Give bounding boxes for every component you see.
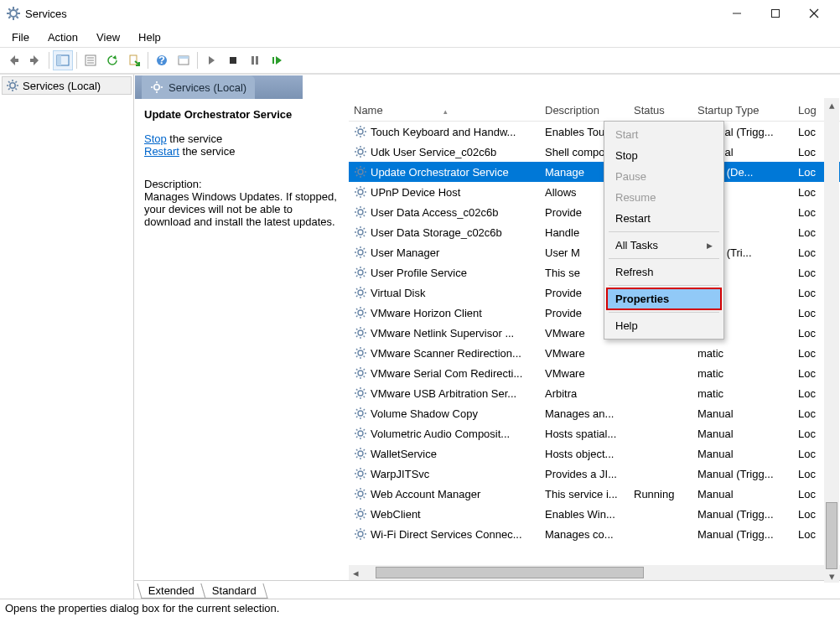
context-menu-separator <box>609 258 719 259</box>
stop-service-button[interactable] <box>223 50 243 70</box>
column-description[interactable]: Description <box>540 104 629 117</box>
pane-header: Services (Local) <box>135 75 839 99</box>
service-row[interactable]: VMware Netlink Supervisor ...VMwarematic… <box>349 323 840 343</box>
minimize-button[interactable] <box>718 0 756 27</box>
svg-line-140 <box>364 329 365 329</box>
pane-header-title: Services (Local) <box>169 81 246 94</box>
service-row[interactable]: User Data Storage_c02c6bHandlealLoc <box>349 222 840 242</box>
svg-point-28 <box>10 83 15 88</box>
window-options-button[interactable] <box>174 50 194 70</box>
service-row[interactable]: VMware Serial Com Redirecti...VMwaremati… <box>349 363 840 383</box>
context-menu-refresh[interactable]: Refresh <box>607 262 721 283</box>
context-menu-help[interactable]: Help <box>607 315 721 336</box>
tab-standard[interactable]: Standard <box>200 583 267 599</box>
close-button[interactable] <box>795 0 833 27</box>
horizontal-scrollbar[interactable]: ◂ ▸ <box>349 565 840 580</box>
column-logon[interactable]: Log <box>793 104 827 117</box>
svg-line-157 <box>356 376 357 377</box>
vertical-scrollbar[interactable]: ▴ ▾ <box>824 98 839 583</box>
service-row[interactable]: VMware USB Arbitration Ser...Arbitramati… <box>349 383 840 403</box>
nav-forward-button[interactable] <box>25 50 45 70</box>
service-row-icon <box>354 246 367 259</box>
service-row[interactable]: WarpJITSvcProvides a JI...Manual (Trigg.… <box>349 464 840 484</box>
vscroll-down-arrow[interactable]: ▾ <box>825 569 838 583</box>
restart-service-button[interactable] <box>267 50 287 70</box>
cell-logon: Loc <box>793 327 827 340</box>
pause-service-button[interactable] <box>245 50 265 70</box>
svg-point-114 <box>358 290 363 295</box>
cell-description: This service i... <box>540 488 629 500</box>
menu-view[interactable]: View <box>88 29 128 45</box>
svg-line-35 <box>8 88 10 90</box>
context-menu-separator <box>609 285 719 286</box>
svg-line-83 <box>356 208 357 209</box>
svg-point-42 <box>358 129 363 134</box>
service-row[interactable]: Web Account ManagerThis service i...Runn… <box>349 484 840 504</box>
maximize-button[interactable] <box>756 0 795 27</box>
stop-link[interactable]: Stop <box>144 132 167 145</box>
svg-line-166 <box>356 397 357 397</box>
menu-action[interactable]: Action <box>39 29 86 45</box>
cell-description: Provides a JI... <box>540 468 629 480</box>
svg-line-7 <box>8 17 10 18</box>
context-menu-restart[interactable]: Restart <box>607 208 721 229</box>
service-row[interactable]: Update Orchestrator ServiceManageRmatic … <box>349 162 840 182</box>
column-status[interactable]: Status <box>629 104 692 117</box>
svg-line-113 <box>364 268 365 269</box>
cell-name: Virtual Disk <box>349 286 540 299</box>
service-row[interactable]: Volumetric Audio Composit...Hosts spatia… <box>349 423 840 443</box>
refresh-button[interactable] <box>102 50 122 70</box>
service-row[interactable]: Udk User Service_c02c6bShell compo...Man… <box>349 142 840 162</box>
context-menu-separator <box>609 231 719 232</box>
tab-extended[interactable]: Extended <box>137 583 205 599</box>
show-hide-tree-button[interactable] <box>53 50 73 70</box>
svg-line-139 <box>356 336 357 337</box>
vscroll-thumb[interactable] <box>826 502 837 569</box>
svg-line-122 <box>364 288 365 289</box>
properties-toolbar-button[interactable] <box>80 50 101 70</box>
column-headers: Name ▴ Description Status Startup Type L… <box>349 100 840 122</box>
column-name[interactable]: Name ▴ <box>349 104 540 117</box>
svg-rect-19 <box>130 55 137 65</box>
status-bar: Opens the properties dialog box for the … <box>0 599 840 617</box>
menu-help[interactable]: Help <box>130 29 169 45</box>
context-menu-all-tasks[interactable]: All Tasks▶ <box>607 235 721 256</box>
service-row[interactable]: VMware Scanner Redirection...VMwarematic… <box>349 343 840 363</box>
restart-link[interactable]: Restart <box>144 145 179 158</box>
service-row-icon <box>354 125 367 138</box>
svg-point-150 <box>358 371 363 376</box>
service-row[interactable]: Touch Keyboard and Handw...Enables Tou..… <box>349 122 840 142</box>
service-row[interactable]: WalletServiceHosts object...ManualLoc <box>349 443 840 464</box>
service-row-icon <box>354 407 367 420</box>
export-list-button[interactable] <box>124 50 144 70</box>
svg-line-193 <box>356 457 357 458</box>
vscroll-up-arrow[interactable]: ▴ <box>825 98 838 111</box>
service-row[interactable]: Volume Shadow CopyManages an...ManualLoc <box>349 403 840 423</box>
context-menu-stop[interactable]: Stop <box>607 145 721 166</box>
help-toolbar-button[interactable]: ? <box>152 50 172 70</box>
service-row[interactable]: Virtual DiskProvidealLoc <box>349 283 840 303</box>
detail-service-name: Update Orchestrator Service <box>144 108 339 121</box>
cell-logon: Loc <box>793 488 827 500</box>
hscroll-thumb[interactable] <box>376 567 644 578</box>
service-row[interactable]: User ManagerUser Mmatic (Tri...Loc <box>349 242 840 262</box>
service-row[interactable]: WebClientEnables Win...Manual (Trigg...L… <box>349 504 840 524</box>
svg-line-156 <box>364 376 365 377</box>
service-row[interactable]: Wi-Fi Direct Services Connec...Manages c… <box>349 524 840 544</box>
cell-name: VMware Netlink Supervisor ... <box>349 326 540 340</box>
service-row[interactable]: VMware Horizon ClientProvidematicLoc <box>349 303 840 323</box>
column-startup-type[interactable]: Startup Type <box>692 104 793 117</box>
svg-point-186 <box>358 451 363 456</box>
service-row[interactable]: UPnP Device HostAllowsalLoc <box>349 182 840 202</box>
title-bar: Services <box>0 0 840 27</box>
cell-startup: Manual <box>692 428 793 440</box>
tree-node-services-local[interactable]: Services (Local) <box>2 76 132 95</box>
nav-back-button[interactable] <box>3 50 23 70</box>
start-service-button[interactable] <box>201 50 221 70</box>
menu-file[interactable]: File <box>3 29 38 45</box>
context-menu-properties[interactable]: Properties <box>607 288 721 309</box>
service-row-icon <box>354 286 367 299</box>
service-row[interactable]: User Data Access_c02c6bProvidealLoc <box>349 202 840 222</box>
hscroll-left-arrow[interactable]: ◂ <box>349 566 362 579</box>
service-row[interactable]: User Profile ServiceThis sematicLoc <box>349 262 840 283</box>
